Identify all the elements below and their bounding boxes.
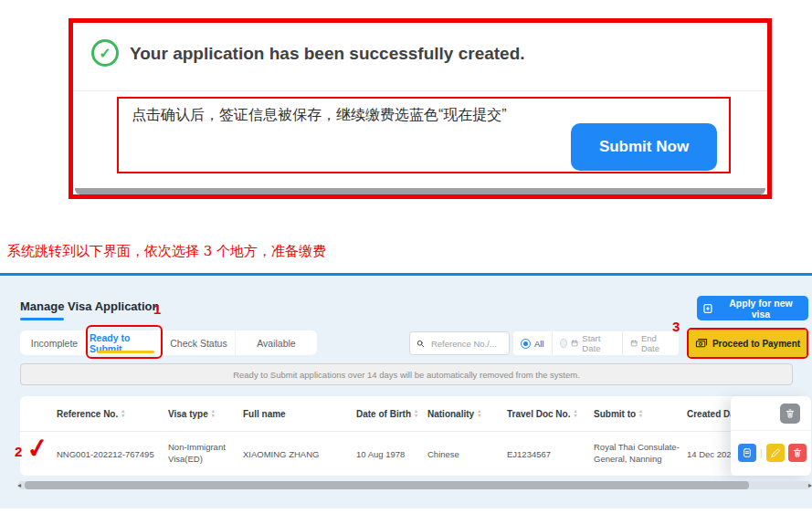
filter-end-date[interactable]: End Date [622, 331, 679, 355]
header-nationality[interactable]: Nationality▴▾ [427, 409, 507, 419]
tab-available[interactable]: Available [235, 330, 317, 355]
edit-button[interactable] [766, 444, 785, 462]
action-separator: | [760, 448, 763, 458]
search-box [409, 331, 510, 355]
cell-nationality: Chinese [427, 449, 507, 459]
tab-check-status[interactable]: Check Status [162, 330, 235, 355]
search-input[interactable] [429, 338, 502, 350]
calendar-icon [630, 339, 638, 348]
notice-banner: Ready to Submit applications over 14 day… [20, 363, 793, 385]
header-travel-doc-no[interactable]: Travel Doc No.▴▾ [507, 409, 594, 419]
annotation-step-3: 3 [672, 319, 680, 334]
radio-date-unselected-icon [560, 339, 568, 348]
actions-column: | [731, 396, 811, 476]
scroll-left-arrow[interactable]: ◂ [17, 480, 21, 490]
success-check-icon: ✓ [91, 39, 119, 67]
tab-incomplete[interactable]: Incomplete [20, 330, 89, 355]
radio-all-selected-icon [521, 339, 531, 349]
search-icon [417, 339, 425, 349]
bulk-delete-button[interactable] [780, 404, 800, 424]
cell-visa-type: Non-Immigrant Visa(ED) [168, 442, 243, 466]
success-modal-annotation-frame: ✓ Your application has been successfully… [69, 18, 772, 199]
sort-icon[interactable]: ▴▾ [639, 409, 642, 418]
header-full-name: Full name [243, 409, 356, 419]
table-header-row: Reference No.▴▾ Visa type▴▾ Full name Da… [20, 396, 793, 432]
scrollbar-thumb[interactable] [25, 481, 749, 489]
end-date-label: End Date [641, 333, 671, 353]
trash-icon [792, 447, 803, 458]
cell-date-of-birth: 10 Aug 1978 [356, 449, 427, 459]
sort-icon[interactable]: ▴▾ [121, 409, 124, 418]
annotation-check-mark: ✓ [25, 431, 51, 465]
proceed-to-payment-button[interactable]: Proceed to Payment [689, 330, 807, 357]
header-visa-type[interactable]: Visa type▴▾ [168, 409, 243, 419]
horizontal-scrollbar[interactable]: ◂ ▸ [18, 481, 811, 489]
cell-submit-to: Royal Thai Consulate-General, Nanning [594, 442, 687, 466]
sort-icon[interactable]: ▴▾ [415, 409, 417, 418]
filter-all[interactable]: All [513, 331, 552, 355]
screenshot-root: ✓ Your application has been successfully… [0, 0, 812, 514]
cell-reference-no: NNG001-202212-767495 [57, 449, 168, 459]
annotation-step-1: 1 [153, 301, 161, 317]
header-reference-no[interactable]: Reference No.▴▾ [57, 409, 168, 419]
sort-icon[interactable]: ▴▾ [478, 409, 480, 418]
apply-for-new-visa-button[interactable]: Apply for new visa [697, 296, 808, 320]
scroll-right-arrow[interactable]: ▸ [808, 480, 812, 490]
tutorial-note-text: 点击确认后，签证信息被保存，继续缴费选蓝色“现在提交” [132, 106, 507, 125]
payment-button-label: Proceed to Payment [712, 339, 800, 349]
manage-visa-section: Manage Visa Application 1 Apply for new … [0, 276, 812, 509]
submit-now-button[interactable]: Submit Now [571, 123, 717, 171]
title-underline [20, 318, 64, 320]
cell-full-name: XIAOMING ZHANG [243, 449, 356, 459]
sort-icon[interactable]: ▴▾ [574, 409, 576, 418]
sort-icon[interactable]: ▴▾ [212, 409, 215, 418]
document-icon [742, 447, 753, 458]
calendar-icon [571, 339, 578, 348]
view-document-button[interactable] [738, 444, 756, 462]
file-plus-icon [702, 303, 713, 314]
instruction-text: 系统跳转到以下界面，依次选择 3 个地方，准备缴费 [7, 243, 326, 260]
modal-divider [73, 90, 767, 91]
filter-all-label: All [534, 339, 544, 349]
annotation-step-2: 2 [15, 444, 22, 459]
annotation-box-proceed-to-payment: Proceed to Payment [687, 328, 808, 359]
header-date-of-birth[interactable]: Date of Birth▴▾ [356, 409, 427, 419]
banknote-icon [695, 337, 708, 350]
apply-button-label: Apply for new visa [719, 298, 803, 320]
modal-success-message: Your application has been successfully c… [130, 44, 525, 64]
start-date-label: Start Date [582, 333, 614, 353]
actions-column-header [731, 396, 811, 431]
filter-bar: All Start Date End Date [513, 331, 679, 355]
pencil-icon [770, 447, 781, 458]
delete-button[interactable] [788, 444, 807, 462]
table-row[interactable]: NNG001-202212-767495 Non-Immigrant Visa(… [20, 432, 793, 476]
header-submit-to[interactable]: Submit to▴▾ [594, 409, 687, 419]
modal-bottom-shadow [75, 188, 765, 194]
row-actions: | [731, 431, 811, 475]
applications-table: Reference No.▴▾ Visa type▴▾ Full name Da… [20, 396, 793, 476]
tab-ready-to-submit[interactable]: Ready to Submit [89, 330, 162, 355]
note-annotation-box: 点击确认后，签证信息被保存，继续缴费选蓝色“现在提交” Submit Now [117, 97, 731, 173]
tab-bar: Incomplete Ready to Submit Check Status … [20, 330, 317, 355]
page-title: Manage Visa Application [20, 299, 159, 313]
filter-start-date[interactable]: Start Date [552, 331, 622, 355]
cell-travel-doc-no: EJ1234567 [507, 449, 594, 459]
trash-icon [785, 408, 796, 419]
